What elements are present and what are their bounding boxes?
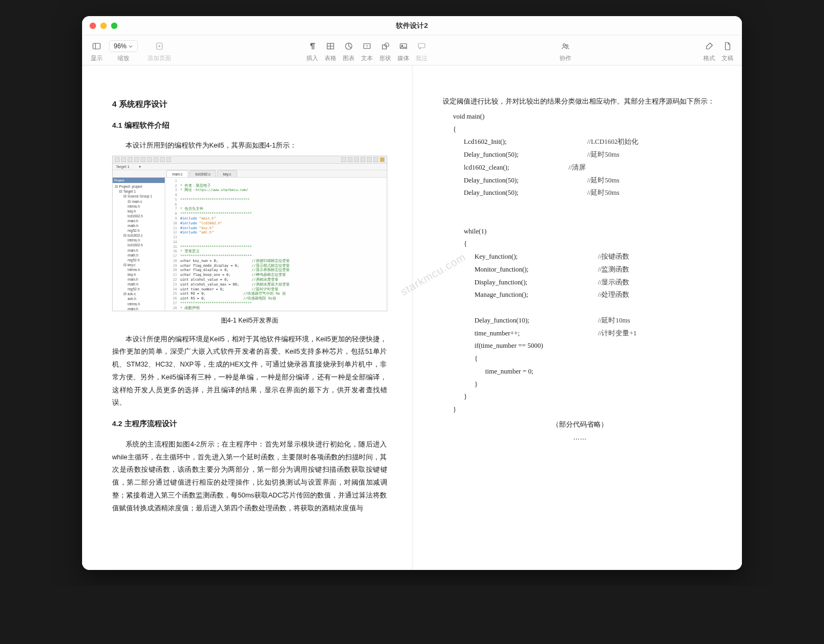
pilcrow-icon[interactable]: [307, 41, 318, 52]
format-brush-icon[interactable]: [704, 41, 715, 52]
shape-icon[interactable]: [380, 41, 391, 52]
minimize-icon[interactable]: [100, 23, 107, 29]
media-group: 媒体: [394, 35, 413, 65]
page-left[interactable]: 4 系统程序设计 4.1 编程软件介绍 本设计所用到的编程软件为Keil5，其界…: [82, 65, 412, 570]
comment-icon[interactable]: [416, 41, 427, 52]
media-icon[interactable]: [398, 41, 409, 52]
omit-note: （部分代码省略）: [443, 419, 718, 431]
document-area[interactable]: 4 系统程序设计 4.1 编程软件介绍 本设计所用到的编程软件为Keil5，其界…: [82, 65, 742, 570]
add-page-icon[interactable]: [154, 41, 165, 52]
zoom-label: 缩放: [117, 54, 129, 62]
para-flow: 系统的主流程图如图4-2所示；在主程序中：首先对显示模块进行初始化，随后进入wh…: [112, 438, 387, 515]
document-group: 文稿: [718, 35, 737, 65]
ellipsis: ……: [443, 431, 718, 444]
svg-text:T: T: [366, 45, 368, 48]
zoom-value: 96%: [114, 42, 127, 50]
collab-group: 协作: [556, 35, 575, 65]
table-group: 表格: [321, 35, 340, 65]
window-title: 软件设计2: [82, 21, 742, 31]
svg-rect-0: [93, 43, 100, 49]
chevron-down-icon: [128, 44, 133, 49]
right-intro: 设定阈值进行比较，并对比较出的结果分类做出相应动作。其部分主程序源码如下所示：: [443, 96, 718, 108]
svg-point-16: [563, 44, 566, 47]
zoom-picker[interactable]: 96%: [109, 40, 138, 52]
titlebar: 软件设计2: [82, 16, 742, 35]
fig-toolbar-2: Target 1▾: [113, 164, 387, 170]
svg-point-17: [566, 45, 568, 47]
window-controls: [90, 23, 117, 29]
shape-group: 形状: [376, 35, 394, 65]
comment-group: 批注: [413, 35, 431, 65]
fig-tabs: main.c lcd1602.c key.c: [113, 170, 387, 178]
fig-project-tree: Project ⊟ Project: project⊟ Target 1⊟ So…: [113, 178, 165, 311]
zoom-group: 96% 缩放: [106, 35, 141, 65]
fig-code-editor: 1 2* 作者：新思电子 3* 网址：https://www.starkmcu.…: [165, 178, 387, 311]
intro-text: 本设计所用到的编程软件为Keil5，其界面如图4-1所示：: [112, 140, 387, 152]
para-keil5: 本设计所使用的编程环境是Keil5，相对于其他软件编程环境，Keil5更加的轻便…: [112, 333, 387, 410]
insert-group: 插入: [303, 35, 321, 65]
collab-icon[interactable]: [560, 41, 571, 52]
heading-4-1: 4.1 编程软件介绍: [112, 119, 387, 133]
app-window: 软件设计2 显示 96% 缩放: [82, 16, 742, 570]
code-block: void main(){Lcd1602_Init();//LCD1602初始化D…: [443, 111, 718, 416]
chart-group: 图表: [340, 35, 358, 65]
fullscreen-icon[interactable]: [111, 23, 117, 29]
heading-4: 4 系统程序设计: [112, 97, 387, 112]
page-right[interactable]: starkmcu.com 设定阈值进行比较，并对比较出的结果分类做出相应动作。其…: [412, 65, 742, 570]
document-icon[interactable]: [722, 41, 733, 52]
toolbar: 显示 96% 缩放 添加页面 插入: [82, 35, 742, 65]
heading-4-2: 4.2 主程序流程设计: [112, 417, 387, 431]
table-icon[interactable]: [325, 41, 336, 52]
format-group: 格式: [700, 35, 718, 65]
figure-caption: 图4-1 Keil5开发界面: [112, 314, 387, 327]
textbox-icon[interactable]: T: [362, 41, 372, 52]
chart-icon[interactable]: [343, 41, 354, 52]
svg-rect-15: [418, 43, 425, 48]
fig-toolbar-1: [113, 156, 387, 164]
view-group: 显示: [87, 35, 106, 65]
sidebar-icon[interactable]: [91, 41, 102, 52]
addpage-label: 添加页面: [148, 54, 171, 62]
view-label: 显示: [91, 54, 102, 62]
addpage-group: 添加页面: [141, 35, 178, 65]
figure-keil5: Target 1▾ main.c lcd1602.c key.c Project…: [112, 156, 387, 311]
text-group: T 文本: [358, 35, 376, 65]
close-icon[interactable]: [90, 23, 96, 29]
